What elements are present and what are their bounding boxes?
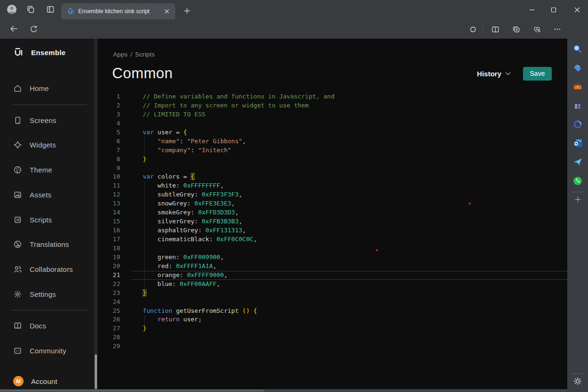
browser-tab[interactable]: Ensemble kitchen sink script (61, 3, 175, 19)
code-line-17[interactable]: 17 cinematicBlack: 0xFF0C0C0C, (98, 235, 567, 244)
collections-icon[interactable] (508, 21, 524, 37)
drop-icon[interactable] (572, 156, 584, 168)
line-number: 27 (98, 324, 131, 333)
code-editor[interactable]: 1// Define variables and functions in Ja… (98, 92, 567, 351)
code-line-27[interactable]: 27} (98, 324, 567, 333)
code-line-14[interactable]: 14 smokeGrey: 0xFFD3D3D3, (98, 208, 567, 217)
breadcrumb-apps[interactable]: Apps (113, 51, 128, 58)
code-line-9[interactable]: 9 (98, 164, 567, 173)
whatsapp-icon[interactable] (572, 175, 584, 187)
code-line-4[interactable]: 4 (98, 119, 567, 128)
toolbox-icon[interactable] (572, 81, 584, 93)
sidebar-item-account[interactable]: M Account (13, 374, 57, 388)
code-line-2[interactable]: 2// Import to any screen or widget to us… (98, 101, 567, 110)
window-minimize-icon[interactable] (521, 0, 543, 19)
code-line-18[interactable]: 18 (98, 244, 567, 253)
sidebar-item-widgets[interactable]: Widgets (13, 138, 56, 152)
code-line-19[interactable]: 19 green: 0xFF009900, (98, 253, 567, 262)
code-line-3[interactable]: 3// LIMITED TO ES5 (98, 110, 567, 119)
breadcrumb: Apps/Scripts (113, 51, 567, 58)
code-line-7[interactable]: 7 "company": "Initech" (98, 146, 567, 155)
line-code (131, 119, 567, 128)
code-line-10[interactable]: 10var colors = { (98, 172, 567, 181)
code-line-1[interactable]: 1// Define variables and functions in Ja… (98, 92, 567, 101)
code-line-26[interactable]: 26 return user; (98, 315, 567, 324)
extensions-icon[interactable] (465, 21, 481, 37)
sidebar-scrollbar[interactable] (94, 39, 98, 389)
split-screen-icon[interactable] (487, 21, 503, 37)
sidebar-item-home[interactable]: Home (13, 81, 49, 95)
sidebar-item-translations[interactable]: Translations (13, 237, 69, 251)
browser-essentials-icon[interactable] (529, 21, 545, 37)
sidebar-item-collaborators[interactable]: Collaborators (13, 262, 73, 276)
code-line-11[interactable]: 11 white: 0xFFFFFFFF, (98, 181, 567, 190)
sidebar-item-settings[interactable]: Settings (13, 287, 56, 301)
code-line-22[interactable]: 22 blue: 0xFF00AAFF, (98, 280, 567, 289)
add-sidebar-icon[interactable] (572, 193, 584, 205)
horizontal-scrollbar-thumb[interactable] (0, 390, 264, 392)
code-line-23[interactable]: 23} (98, 289, 567, 298)
browser-titlebar: Ensemble kitchen sink script (0, 0, 588, 19)
outlook-icon[interactable] (572, 137, 584, 149)
window-maximize-icon[interactable] (543, 0, 564, 19)
code-line-12[interactable]: 12 subtleGrey: 0xFFF3F3F3, (98, 190, 567, 199)
breadcrumb-scripts[interactable]: Scripts (135, 51, 155, 58)
line-number: 7 (98, 146, 131, 155)
new-tab-icon[interactable] (180, 4, 194, 17)
code-line-15[interactable]: 15 silverGrey: 0xFFB3B3B3, (98, 217, 567, 226)
code-line-13[interactable]: 13 snowGrey: 0xFFE3E3E3, (98, 199, 567, 208)
code-line-8[interactable]: 8} (98, 155, 567, 164)
history-button[interactable]: History (477, 70, 511, 78)
code-line-21[interactable]: 21 orange: 0xFFFF9000, (98, 271, 567, 280)
shopping-icon[interactable] (572, 62, 584, 74)
sidebar-item-label: Docs (30, 322, 46, 330)
indent-guide (144, 208, 145, 217)
code-line-6[interactable]: 6 "name": "Peter Gibbons", (98, 137, 567, 146)
brand[interactable]: Ensemble (13, 47, 65, 57)
line-code: asphaltGrey: 0xFF131313, (131, 226, 567, 235)
sidebar-item-assets[interactable]: Assets (13, 188, 51, 202)
indent-guide (144, 262, 145, 271)
line-code (131, 244, 567, 253)
refresh-icon[interactable] (25, 21, 41, 37)
sidebar-item-community[interactable]: Community (13, 343, 66, 358)
line-code: orange: 0xFFFF9000, (131, 271, 567, 280)
sidebar-item-label: Collaborators (30, 265, 73, 273)
line-number: 23 (98, 289, 131, 298)
brand-name: Ensemble (31, 49, 65, 57)
code-line-25[interactable]: 25function getUserFromScript () { (98, 307, 567, 316)
line-number: 21 (98, 271, 131, 280)
horizontal-scrollbar[interactable] (0, 389, 567, 392)
tab-close-icon[interactable] (162, 7, 172, 16)
line-code: return user; (131, 315, 567, 324)
more-options-icon[interactable] (549, 21, 565, 37)
back-icon[interactable] (6, 21, 22, 37)
line-code: subtleGrey: 0xFFF3F3F3, (131, 190, 567, 199)
sidebar-item-theme[interactable]: Theme (13, 163, 52, 177)
theme-icon (13, 165, 22, 174)
code-line-16[interactable]: 16 asphaltGrey: 0xFF131313, (98, 226, 567, 235)
line-code: red: 0xFFFF1A1A, (131, 262, 567, 271)
sidebar-settings-icon[interactable] (572, 375, 584, 387)
sidebar-item-scripts[interactable]: JSScripts (13, 212, 52, 227)
code-line-5[interactable]: 5var user = { (98, 128, 567, 137)
m365-icon[interactable] (572, 118, 584, 131)
sidebar-scrollbar-thumb[interactable] (95, 354, 97, 389)
line-code: // LIMITED TO ES5 (131, 110, 567, 119)
sidebar-item-screens[interactable]: Screens (13, 113, 56, 127)
save-button[interactable]: Save (523, 67, 552, 81)
games-icon[interactable] (572, 99, 584, 112)
code-line-24[interactable]: 24 (98, 298, 567, 307)
code-line-29[interactable]: 29 (98, 342, 567, 351)
breadcrumb-separator: / (131, 51, 132, 58)
account-avatar: M (13, 376, 24, 386)
sidebar-item-label: Settings (30, 290, 56, 298)
search-icon[interactable] (572, 43, 584, 55)
code-line-20[interactable]: 20 red: 0xFFFF1A1A, (98, 262, 567, 271)
code-line-28[interactable]: 28 (98, 333, 567, 342)
profile-avatar[interactable] (4, 1, 20, 17)
tab-actions-icon[interactable] (42, 1, 58, 17)
window-close-icon[interactable] (566, 0, 588, 19)
workspaces-icon[interactable] (23, 1, 39, 17)
sidebar-item-docs[interactable]: Docs (13, 318, 46, 333)
